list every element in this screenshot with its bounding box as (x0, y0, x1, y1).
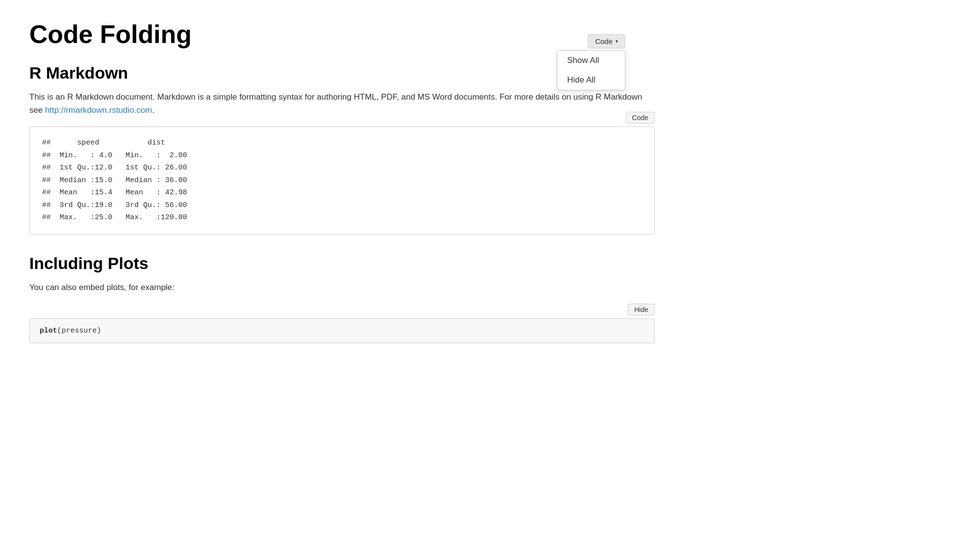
code-toggle-button-1[interactable]: Code (626, 112, 655, 124)
code-dropdown-button[interactable]: Code ▾ (588, 34, 625, 48)
code-keyword: plot (40, 327, 57, 335)
hide-all-menu-item[interactable]: Hide All (557, 70, 625, 90)
code-output-box-1: ## speed dist ## Min. : 4.0 Min. : 2.00 … (29, 126, 655, 234)
hide-button-area: Hide (29, 304, 655, 315)
r-markdown-description: This is an R Markdown document. Markdown… (29, 90, 655, 117)
section-including-plots: Including Plots You can also embed plots… (29, 254, 655, 343)
hide-button[interactable]: Hide (628, 304, 655, 315)
code-output-block-1: Code ## speed dist ## Min. : 4.0 Min. : … (29, 126, 655, 234)
top-right-controls: Code ▾ Show All Hide All (557, 34, 625, 90)
description-text-after: . (152, 105, 154, 115)
code-dropdown-menu: Show All Hide All (557, 50, 625, 90)
code-output-pre-1: ## speed dist ## Min. : 4.0 Min. : 2.00 … (42, 137, 642, 224)
section-heading-including-plots: Including Plots (29, 254, 655, 273)
code-dropdown-label: Code (595, 37, 613, 45)
show-all-menu-item[interactable]: Show All (557, 51, 625, 70)
code-source-pre-plots: plot(pressure) (40, 327, 644, 335)
code-source-box-plots: plot(pressure) (29, 318, 655, 343)
plots-description: You can also embed plots, for example: (29, 281, 655, 294)
rmarkdown-link[interactable]: http://rmarkdown.rstudio.com (45, 105, 152, 115)
chevron-down-icon: ▾ (616, 39, 618, 44)
